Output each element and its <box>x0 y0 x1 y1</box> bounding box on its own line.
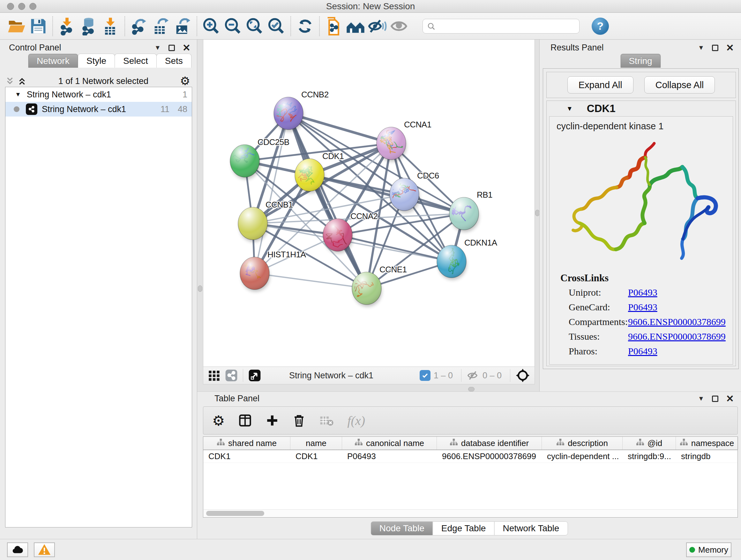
table-cell[interactable]: CDK1 <box>203 450 290 462</box>
column-header-shared-name[interactable]: shared name <box>203 437 290 449</box>
panel-float-icon[interactable] <box>712 45 718 51</box>
network-node-CDC25B[interactable] <box>224 145 260 179</box>
panel-menu-caret-icon[interactable]: ▼ <box>154 44 161 51</box>
crosslink-link[interactable]: 9606.ENSP00000378699 <box>628 316 726 327</box>
panel-menu-caret-icon[interactable]: ▼ <box>698 395 704 402</box>
panel-menu-caret-icon[interactable]: ▼ <box>698 44 704 51</box>
panel-float-icon[interactable] <box>712 395 718 402</box>
column-header-@id[interactable]: @id <box>623 437 676 449</box>
column-header-canonical-name[interactable]: canonical name <box>342 437 437 449</box>
warnings-button[interactable] <box>34 543 55 557</box>
network-row-selected[interactable]: String Network – cdk1 11 48 <box>5 102 192 117</box>
import-table-button[interactable] <box>99 15 121 37</box>
zoom-out-button[interactable] <box>222 15 244 37</box>
export-image-button[interactable] <box>172 15 193 37</box>
network-edge <box>338 235 452 261</box>
network-node-HIST1H1A[interactable] <box>240 257 270 292</box>
column-header-namespace[interactable]: namespace <box>676 437 738 449</box>
expand-all-button[interactable]: Expand All <box>567 76 633 94</box>
hide-selected-button[interactable] <box>366 15 388 37</box>
collection-expand-caret-icon[interactable]: ▼ <box>15 91 21 98</box>
tab-node-table[interactable]: Node Table <box>371 521 433 536</box>
tab-select[interactable]: Select <box>115 54 157 68</box>
create-column-plus-icon[interactable] <box>266 414 279 427</box>
maximize-window-button[interactable] <box>29 3 37 10</box>
left-splitter-handle[interactable] <box>198 286 202 292</box>
column-header-name[interactable]: name <box>290 437 342 449</box>
home-view-button[interactable] <box>345 15 366 37</box>
tab-network[interactable]: Network <box>28 54 78 68</box>
network-node-CDKN1A[interactable] <box>437 245 467 280</box>
horizontal-scrollbar[interactable] <box>204 509 737 517</box>
save-session-button[interactable] <box>27 15 49 37</box>
crosslink-link[interactable]: P06493 <box>628 287 657 298</box>
shared-column-icon <box>556 438 564 449</box>
tab-edge-table[interactable]: Edge Table <box>433 521 495 536</box>
birds-eye-view-icon[interactable] <box>248 369 261 382</box>
minimize-window-button[interactable] <box>18 3 25 10</box>
scrollbar-thumb[interactable] <box>206 511 264 516</box>
refresh-view-button[interactable] <box>294 15 316 37</box>
tab-sets[interactable]: Sets <box>156 54 192 68</box>
close-window-button[interactable] <box>7 3 14 10</box>
center-view-crosshair-icon[interactable] <box>515 368 530 383</box>
network-options-gear-icon[interactable]: ⚙ <box>180 74 190 88</box>
panel-float-icon[interactable] <box>169 45 175 51</box>
panel-close-icon[interactable]: ✕ <box>726 395 734 402</box>
tab-string[interactable]: String <box>620 54 661 68</box>
zoom-selected-button[interactable] <box>266 15 287 37</box>
gene-section-header[interactable]: ▼ CDK1 <box>547 101 736 116</box>
zoom-in-button[interactable] <box>200 15 222 37</box>
clone-network-button[interactable] <box>323 15 345 37</box>
expand-all-chevrons-icon[interactable] <box>17 76 27 86</box>
selected-checkbox-icon[interactable] <box>420 370 430 381</box>
right-splitter-handle[interactable] <box>535 210 540 216</box>
network-node-CCNA1[interactable] <box>377 127 407 162</box>
zoom-fit-button[interactable] <box>244 15 266 37</box>
open-session-button[interactable] <box>6 15 27 37</box>
gene-expand-caret-icon[interactable]: ▼ <box>566 105 573 112</box>
network-canvas[interactable]: CCNB2CCNA1CDC25BCDK1CDC6RB1CCNB1CCNA2CDK… <box>203 40 535 367</box>
table-cell[interactable]: P06493 <box>342 450 437 462</box>
help-button[interactable]: ? <box>592 17 609 35</box>
memory-button[interactable]: Memory <box>686 543 731 557</box>
table-options-gear-icon[interactable]: ⚙ <box>212 413 225 429</box>
export-table-button[interactable] <box>150 15 172 37</box>
show-columns-icon[interactable] <box>238 414 252 428</box>
network-node-RB1[interactable] <box>445 197 479 232</box>
import-network-from-database-button[interactable] <box>78 15 99 37</box>
crosslink-row: Compartments:9606.ENSP00000378699 <box>549 314 733 329</box>
houses-icon <box>346 17 365 36</box>
string-view-icon[interactable] <box>225 369 238 382</box>
network-collection-row[interactable]: ▼ String Network – cdk1 1 <box>5 87 192 102</box>
crosslink-link[interactable]: P06493 <box>628 346 657 357</box>
tab-style[interactable]: Style <box>78 54 115 68</box>
table-cell[interactable]: 9606.ENSP00000378699 <box>437 450 542 462</box>
table-cell[interactable]: CDK1 <box>290 450 342 462</box>
table-cell[interactable]: cyclin-dependent ... <box>542 450 623 462</box>
grid-view-icon[interactable] <box>208 369 220 382</box>
delete-column-trash-icon[interactable] <box>292 414 306 427</box>
column-header-database-identifier[interactable]: database identifier <box>437 437 542 449</box>
table-cell[interactable]: stringdb <box>676 450 738 462</box>
export-network-button[interactable] <box>128 15 150 37</box>
network-node-CDK1[interactable] <box>295 159 325 193</box>
search-input[interactable] <box>422 19 580 34</box>
column-header-description[interactable]: description <box>542 437 623 449</box>
tab-network-table[interactable]: Network Table <box>494 521 568 536</box>
show-all-button[interactable] <box>388 15 410 37</box>
network-node-CCNB1[interactable] <box>238 207 268 242</box>
table-row[interactable]: CDK1CDK1P064939606.ENSP00000378699cyclin… <box>203 450 738 463</box>
crosslink-link[interactable]: P06493 <box>628 302 657 313</box>
title-bar: Session: New Session <box>0 0 741 13</box>
cloud-status-button[interactable] <box>7 543 28 557</box>
panel-close-icon[interactable]: ✕ <box>726 45 734 51</box>
horizontal-splitter-handle[interactable] <box>468 387 475 391</box>
crosslink-link[interactable]: 9606.ENSP00000378699 <box>628 331 726 342</box>
import-network-button[interactable] <box>56 15 78 37</box>
table-cell[interactable]: stringdb:9... <box>623 450 676 462</box>
collapse-all-button[interactable]: Collapse All <box>644 76 715 94</box>
panel-close-icon[interactable]: ✕ <box>183 45 191 51</box>
network-node-CCNE1[interactable] <box>351 272 382 307</box>
collapse-all-chevrons-icon[interactable] <box>5 76 15 86</box>
